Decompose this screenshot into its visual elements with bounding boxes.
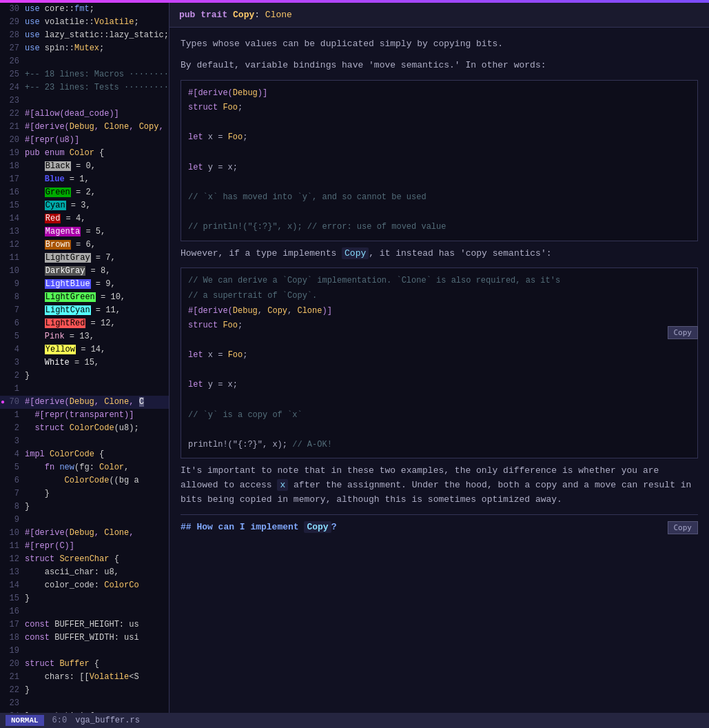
code-block-line: let y = x;: [188, 378, 690, 393]
code-content: 30 use core::fmt; 29 use volatile::Volat…: [0, 3, 169, 713]
code-line: 28 use lazy_static::lazy_static;: [0, 29, 169, 42]
editor-area: 30 use core::fmt; 29 use volatile::Volat…: [0, 3, 709, 713]
code-line: 3: [0, 435, 169, 448]
code-line: 24 +-- 23 lines: Tests ·················…: [0, 81, 169, 94]
doc-code-block: // We can derive a `Copy` implementation…: [181, 267, 698, 458]
code-line: 22 #[allow(dead_code)]: [0, 108, 169, 121]
code-line: 1: [0, 383, 169, 396]
code-line: 12 struct ScreenChar {: [0, 553, 169, 566]
code-block-line: [188, 175, 690, 190]
code-line: 16: [0, 605, 169, 618]
code-line: 30 use core::fmt;: [0, 3, 169, 16]
code-line: 4 impl ColorCode {: [0, 448, 169, 461]
main-container: 30 use core::fmt; 29 use volatile::Volat…: [0, 0, 709, 728]
doc-paragraph: However, if a type implements Copy, it i…: [181, 247, 698, 261]
code-line: 10 #[derive(Debug, Clone,: [0, 527, 169, 540]
code-line: 13 Magenta = 5,: [0, 225, 169, 239]
code-line: 2 }: [0, 370, 169, 383]
code-line: 6 ColorCode((bg a: [0, 474, 169, 487]
section-divider: [181, 514, 698, 515]
code-block-line: struct Foo;: [188, 101, 690, 116]
code-line: 7 LightCyan = 11,: [0, 304, 169, 317]
code-block-line: let y = x;: [188, 161, 690, 176]
status-bar: NORMAL 6:0 vga_buffer.rs: [0, 713, 709, 728]
code-block-line: let x = Foo;: [188, 348, 690, 363]
code-line: 14 color_code: ColorCo: [0, 579, 169, 592]
doc-panel: pub trait Copy: Clone Types whose values…: [169, 3, 709, 713]
copy-button-bottom[interactable]: Copy: [668, 521, 699, 534]
code-line: 14 Red = 4,: [0, 212, 169, 225]
doc-code-block: #[derive(Debug)] struct Foo; let x = Foo…: [181, 80, 698, 241]
code-line: 7 }: [0, 487, 169, 501]
code-line: 20 #[repr(u8)]: [0, 134, 169, 147]
code-line: 2 struct ColorCode(u8);: [0, 422, 169, 435]
code-line: 22 }: [0, 684, 169, 697]
code-line: 21 #[derive(Debug, Clone, Copy, PartialE…: [0, 121, 169, 134]
code-line: 21 chars: [[Volatile<S: [0, 671, 169, 684]
code-line: 1 #[repr(transparent)]: [0, 409, 169, 422]
doc-header: pub trait Copy: Clone: [169, 3, 709, 28]
code-line: 9: [0, 514, 169, 527]
code-line: 27 use spin::Mutex;: [0, 42, 169, 55]
code-line: 17 Blue = 1,: [0, 173, 169, 186]
code-line: 19 pub enum Color {: [0, 147, 169, 160]
code-line: 8 }: [0, 501, 169, 514]
code-line: 18 const BUFFER_WIDTH: usi: [0, 631, 169, 645]
code-line: 10 DarkGray = 8,: [0, 265, 169, 278]
code-line: 24 lazy_static! {: [0, 710, 169, 713]
code-line: 16 Green = 2,: [0, 186, 169, 199]
code-line: 23: [0, 94, 169, 108]
doc-heading: ## How can I implement Copy?: [181, 520, 336, 535]
doc-trait-signature: pub trait Copy: Clone: [179, 10, 292, 20]
code-line: 5 Pink = 13,: [0, 330, 169, 343]
doc-heading-section: ## How can I implement Copy? Copy: [181, 520, 698, 535]
code-block-line: let x = Foo;: [188, 130, 690, 145]
code-line: 12 Brown = 6,: [0, 239, 169, 252]
code-line: ● 70 #[derive(Debug, Clone, C: [0, 396, 169, 409]
code-line: 5 fn new(fg: Color,: [0, 461, 169, 474]
code-line: 20 struct Buffer {: [0, 658, 169, 671]
code-line: 11 LightGray = 7,: [0, 252, 169, 265]
code-block-line: [188, 363, 690, 378]
copy-button[interactable]: Copy: [668, 326, 699, 339]
cursor-position: 6:0: [52, 716, 68, 725]
code-block-line: // We can derive a `Copy` implementation…: [188, 274, 690, 289]
doc-paragraph: By default, variable bindings have 'move…: [181, 59, 698, 73]
code-block-line: [188, 116, 690, 131]
doc-body[interactable]: Types whose values can be duplicated sim…: [169, 28, 709, 713]
code-block-line: // `x` has moved into `y`, and so cannot…: [188, 190, 690, 205]
code-block-line: [188, 423, 690, 438]
code-block-line: [188, 145, 690, 161]
code-block-line: #[derive(Debug, Copy, Clone)]: [188, 304, 690, 319]
code-line: 26: [0, 55, 169, 68]
code-line: 9 LightBlue = 9,: [0, 278, 169, 291]
code-block-line: // println!("{:?}", x); // error: use of…: [188, 220, 690, 235]
code-block-line: [188, 334, 690, 349]
code-line: 15 Cyan = 3,: [0, 199, 169, 212]
code-block-line: println!("{:?}", x); // A-OK!: [188, 438, 690, 453]
code-line: 23: [0, 697, 169, 710]
code-line: 18 Black = 0,: [0, 160, 169, 173]
code-line: 19: [0, 645, 169, 658]
code-block-line: [188, 393, 690, 408]
code-line: 8 LightGreen = 10,: [0, 291, 169, 304]
code-line: 17 const BUFFER_HEIGHT: us: [0, 618, 169, 631]
code-line: 3 White = 15,: [0, 356, 169, 370]
code-line: 11 #[repr(C)]: [0, 540, 169, 553]
code-line: 13 ascii_char: u8,: [0, 566, 169, 579]
filename: vga_buffer.rs: [75, 716, 140, 725]
code-panel: 30 use core::fmt; 29 use volatile::Volat…: [0, 3, 169, 713]
code-block-line: [188, 205, 690, 220]
code-line: 6 LightRed = 12,: [0, 317, 169, 330]
doc-paragraph: It's important to note that in these two…: [181, 464, 698, 507]
doc-paragraph: Types whose values can be duplicated sim…: [181, 37, 698, 52]
code-block-line: // a supertrait of `Copy`.: [188, 289, 690, 304]
code-block-line: // `y` is a copy of `x`: [188, 408, 690, 423]
code-line: 15 }: [0, 592, 169, 605]
code-block-line: struct Foo;: [188, 318, 690, 334]
code-block-line: #[derive(Debug)]: [188, 86, 690, 101]
code-line: 25 +-- 18 lines: Macros ················…: [0, 68, 169, 81]
editor-mode: NORMAL: [6, 715, 44, 726]
code-line: 29 use volatile::Volatile;: [0, 16, 169, 29]
code-line: 4 Yellow = 14,: [0, 343, 169, 356]
